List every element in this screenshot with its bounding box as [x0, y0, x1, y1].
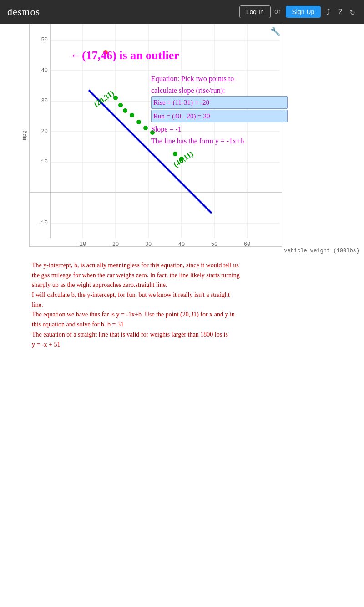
- eq-title: Equation: Pick two points to calculate s…: [151, 73, 288, 96]
- svg-point-36: [179, 157, 184, 161]
- desc-line7: this equation and solve for b. b = 51: [32, 320, 328, 330]
- svg-point-33: [136, 120, 141, 124]
- line-form-text: The line has the form y = -1x+b: [151, 135, 288, 147]
- svg-text:🔧: 🔧: [270, 26, 281, 36]
- desc-line1: The y-intercept, b, is actually meaningl…: [32, 260, 328, 270]
- desc-line6: The equation we have thus far is y = -1x…: [32, 310, 328, 320]
- svg-text:20: 20: [41, 128, 48, 135]
- desc-line5: line.: [32, 300, 328, 310]
- svg-text:10: 10: [41, 159, 48, 165]
- svg-point-34: [143, 126, 148, 130]
- svg-point-31: [123, 108, 127, 113]
- refresh-icon[interactable]: ↻: [348, 5, 357, 19]
- header-actions: Log In or Sign Up ⤴ ? ↻: [239, 5, 357, 19]
- login-button[interactable]: Log In: [239, 5, 271, 18]
- svg-text:20: 20: [112, 241, 119, 247]
- share-icon[interactable]: ⤴: [324, 5, 332, 19]
- svg-text:40: 40: [178, 241, 185, 247]
- svg-point-32: [130, 113, 134, 117]
- svg-text:30: 30: [145, 241, 152, 247]
- svg-point-29: [113, 96, 118, 100]
- description-area: The y-intercept, b, is actually meaningl…: [0, 254, 346, 358]
- desc-line4: I will calculate b, the y-intercept, for…: [32, 290, 328, 300]
- desmos-logo: desmos: [7, 6, 40, 18]
- x-axis-label: vehicle weight (100lbs): [29, 248, 359, 254]
- desc-line2: the gas mileage for when the car weighs …: [32, 270, 328, 281]
- svg-text:40: 40: [41, 67, 48, 74]
- help-icon[interactable]: ?: [336, 5, 344, 18]
- equation-annotation: Equation: Pick two points to calculate s…: [151, 73, 288, 147]
- svg-text:50: 50: [211, 241, 217, 247]
- run-text: Run = (40 - 20) = 20: [151, 110, 288, 122]
- or-label: or: [274, 8, 282, 15]
- eq-title-text: Equation: Pick two points to: [151, 73, 288, 85]
- svg-point-30: [118, 103, 123, 107]
- slope-text: Slope = -1: [151, 123, 288, 135]
- svg-text:10: 10: [80, 241, 86, 247]
- app-header: desmos Log In or Sign Up ⤴ ? ↻: [0, 0, 364, 24]
- svg-point-28: [103, 50, 108, 55]
- desc-line3: sharply up as the wight approaches zero.…: [32, 280, 328, 290]
- eq-subtitle-text: calculate slope (rise/run):: [151, 85, 288, 97]
- svg-text:-10: -10: [38, 220, 48, 226]
- rise-text: Rise = (11-31) = -20: [151, 96, 288, 109]
- svg-text:50: 50: [41, 37, 48, 43]
- desc-line8: The eauation of a straight line that is …: [32, 330, 328, 340]
- y-axis-label: mpg: [21, 130, 28, 140]
- desc-line9: y = -x + 51: [32, 340, 328, 350]
- svg-point-37: [173, 152, 177, 156]
- svg-text:30: 30: [41, 98, 48, 104]
- svg-text:60: 60: [244, 241, 250, 247]
- signup-button[interactable]: Sign Up: [286, 6, 321, 18]
